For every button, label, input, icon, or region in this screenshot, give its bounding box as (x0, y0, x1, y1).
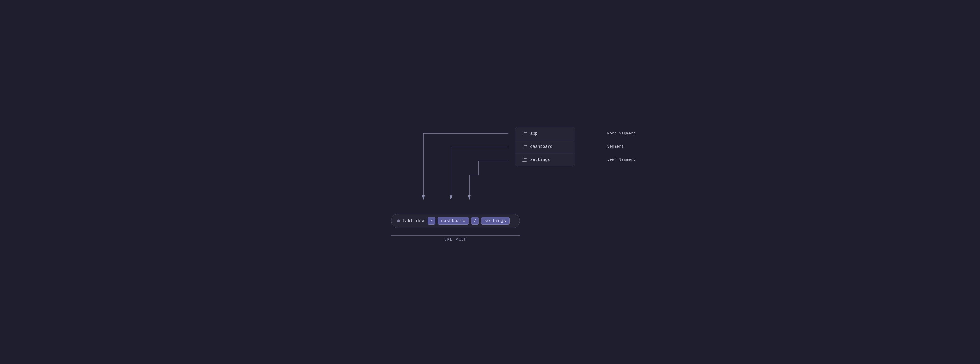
url-bar-wrapper: ⊕ takt.dev / dashboard / settings (391, 214, 520, 228)
folder-row-settings: settings (515, 153, 575, 166)
folder-label-app: app (530, 131, 538, 136)
url-path-line (391, 235, 520, 236)
url-path-label: URL Path (444, 237, 467, 242)
folder-label-dashboard: dashboard (530, 144, 552, 149)
folder-icon-app (522, 131, 527, 136)
slash-pill-1: / (428, 217, 435, 225)
segment-labels: Root Segment Segment Leaf Segment (603, 127, 636, 166)
url-path-label-wrapper: URL Path (391, 235, 520, 242)
svg-marker-2 (422, 195, 425, 200)
segment-pill-settings: settings (481, 217, 509, 225)
url-bar: ⊕ takt.dev / dashboard / settings (391, 214, 520, 228)
svg-marker-5 (450, 195, 452, 200)
folder-label-settings: settings (530, 157, 550, 162)
folder-icon-settings (522, 158, 527, 162)
segment-label-leaf: Leaf Segment (603, 153, 636, 166)
folder-row-dashboard: dashboard (515, 140, 575, 153)
segment-pill-dashboard: dashboard (438, 217, 469, 225)
folder-row-app: app (515, 127, 575, 140)
folder-tree: app dashboard settings (515, 127, 575, 166)
globe-icon: ⊕ (397, 218, 400, 224)
segment-label-segment: Segment (603, 140, 636, 153)
folder-icon-dashboard (522, 145, 527, 148)
domain-text: takt.dev (402, 218, 424, 224)
slash-pill-2: / (471, 217, 479, 225)
diagram-container: app dashboard settings Root Segment Segm… (387, 122, 593, 242)
segment-label-root: Root Segment (603, 127, 636, 140)
svg-marker-10 (468, 195, 471, 200)
